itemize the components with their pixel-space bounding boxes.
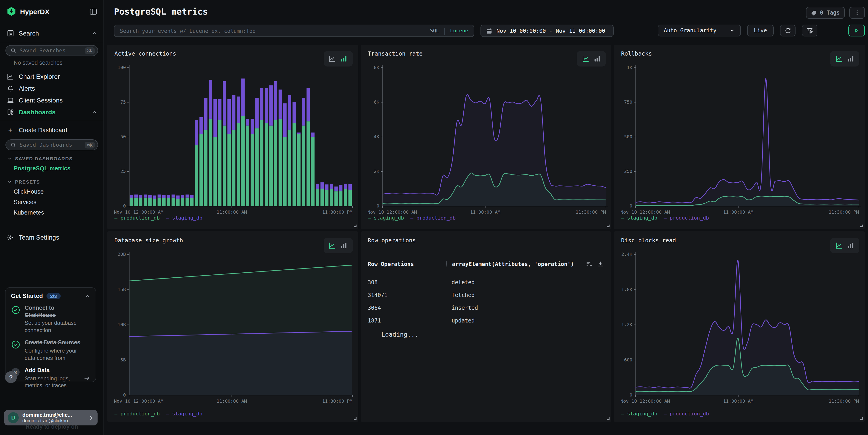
saved-dashboards-section[interactable]: SAVED DASHBOARDS <box>7 156 103 161</box>
get-started-title: Get Started <box>11 293 43 299</box>
tags-button[interactable]: 0 Tags <box>806 7 845 19</box>
sidebar-item-clickhouse[interactable]: ClickHouse <box>0 186 103 197</box>
more-menu-button[interactable] <box>849 7 865 19</box>
get-started-step-connect[interactable]: Connect to ClickHouse Set up your databa… <box>11 305 90 334</box>
lucene-toggle[interactable]: Lucene <box>450 28 468 34</box>
dashboards-icon <box>6 108 14 116</box>
bar-chart-icon[interactable] <box>594 55 601 62</box>
legend-item-production_db[interactable]: — production_db <box>115 215 160 221</box>
table-column-header[interactable]: arrayElement(Attributes, 'operation') <box>446 261 586 267</box>
bar-chart-icon[interactable] <box>340 55 347 62</box>
sidebar-item-search[interactable]: Search <box>0 27 103 39</box>
sidebar-item-client-sessions[interactable]: Client Sessions <box>0 94 103 106</box>
date-range-value: Nov 10 00:00:00 - Nov 11 00:00:00 <box>496 28 605 34</box>
legend-item-production_db[interactable]: — production_db <box>115 411 160 417</box>
bar-chart-icon[interactable] <box>340 242 347 249</box>
line-chart-icon[interactable] <box>835 55 843 62</box>
line-chart-icon[interactable] <box>582 55 589 62</box>
database-size-growth-chart[interactable]: 20B15B10B5B0Nov 10 12:00:00 AM11:00:00 A… <box>114 249 355 406</box>
sidebar-item-postgresql-metrics[interactable]: PostgreSQL metrics <box>0 163 103 173</box>
table-column-header[interactable]: Row Operations <box>368 261 446 267</box>
sort-icon[interactable] <box>586 261 593 267</box>
panel-title: Database size growth <box>115 237 183 244</box>
rollbacks-chart[interactable]: 1K7505002500Nov 10 12:00:00 AM11:00:00 A… <box>620 63 862 217</box>
svg-text:11:00:00 AM: 11:00:00 AM <box>723 209 753 215</box>
search-nav-label: Search <box>19 30 87 37</box>
create-dashboard-label: Create Dashboard <box>19 126 97 133</box>
get-started-step-add-data[interactable]: 3 Add Data Start sending logs, metrics, … <box>11 367 90 390</box>
sidebar-item-dashboards[interactable]: Dashboards <box>0 106 103 118</box>
run-query-button[interactable] <box>848 25 865 36</box>
filter-button[interactable] <box>802 25 817 36</box>
saved-dashboards-input[interactable]: Saved Dashboards ⌘K <box>5 139 98 150</box>
legend-item-staging_db[interactable]: — staging_db <box>166 411 203 417</box>
sidebar-item-kubernetes[interactable]: Kubernetes <box>0 207 103 218</box>
active-connections-chart[interactable]: 1007550250Nov 10 12:00:00 AM11:00:00 AM1… <box>114 63 355 217</box>
search-icon <box>10 47 17 54</box>
refresh-button[interactable] <box>780 25 796 36</box>
create-dashboard-button[interactable]: + Create Dashboard <box>0 124 103 136</box>
bell-icon <box>6 85 14 92</box>
panel-title: Disc blocks read <box>621 237 676 244</box>
granularity-select[interactable]: Auto Granularity <box>658 25 741 36</box>
check-circle-icon <box>11 340 20 362</box>
bar-chart-icon[interactable] <box>847 55 854 62</box>
chart-legend: — production_db— staging_db <box>115 411 203 417</box>
kebab-icon <box>854 9 860 16</box>
panel-resize-handle[interactable] <box>607 417 610 420</box>
panel-resize-handle[interactable] <box>353 225 356 227</box>
download-icon[interactable] <box>597 261 604 267</box>
svg-text:1.8K: 1.8K <box>621 287 632 292</box>
live-button[interactable]: Live <box>747 25 774 36</box>
team-settings-label: Team Settings <box>19 234 97 241</box>
panel-resize-handle[interactable] <box>353 417 356 420</box>
saved-searches-input[interactable]: Saved Searches ⌘K <box>5 45 98 56</box>
user-profile[interactable]: D dominic.tran@clic... dominic.tran@clic… <box>4 410 98 426</box>
panel-resize-handle[interactable] <box>860 225 863 227</box>
check-circle-icon <box>11 305 20 334</box>
presets-section[interactable]: PRESETS <box>7 179 103 185</box>
sidebar-item-chart-explorer[interactable]: Chart Explorer <box>0 71 103 82</box>
alerts-label: Alerts <box>19 85 97 92</box>
chart-type-toggle <box>830 238 859 253</box>
svg-text:750: 750 <box>624 99 632 105</box>
svg-text:11:30:00 PM: 11:30:00 PM <box>322 209 352 215</box>
get-started-step-sources[interactable]: Create Data Sources Configure where your… <box>11 340 90 362</box>
legend-item-production_db[interactable]: — production_db <box>410 215 456 221</box>
legend-item-production_db[interactable]: — production_db <box>664 411 709 417</box>
date-range-picker[interactable]: Nov 10 00:00:00 - Nov 11 00:00:00 <box>480 25 614 37</box>
svg-text:2K: 2K <box>374 169 379 174</box>
sidebar-item-services[interactable]: Services <box>0 197 103 207</box>
svg-text:5B: 5B <box>120 357 126 363</box>
sidebar-item-alerts[interactable]: Alerts <box>0 82 103 94</box>
svg-text:0: 0 <box>376 203 379 209</box>
help-button[interactable]: ? <box>5 371 17 383</box>
chevron-up-icon[interactable] <box>85 293 90 299</box>
transaction-rate-chart[interactable]: 8K6K4K2K0Nov 10 12:00:00 AM11:00:00 AM11… <box>367 63 609 217</box>
panel-row-operations: Row operations Row Operations arrayEleme… <box>361 231 611 422</box>
line-chart-icon[interactable] <box>835 242 843 249</box>
chevron-up-icon[interactable] <box>92 109 97 115</box>
shortcut-badge: ⌘K <box>85 47 95 54</box>
chevron-right-icon <box>88 415 94 421</box>
event-search-input[interactable]: Search your events w/ Lucene ex. column:… <box>114 25 474 37</box>
sidebar-item-team-settings[interactable]: Team Settings <box>0 231 103 243</box>
legend-item-staging_db[interactable]: — staging_db <box>621 215 657 221</box>
chevron-up-icon[interactable] <box>92 31 97 36</box>
disc-blocks-read-chart[interactable]: 2.4K1.8K1.2K6000Nov 10 12:00:00 AM11:00:… <box>620 249 862 406</box>
legend-item-staging_db[interactable]: — staging_db <box>166 215 203 221</box>
sql-toggle[interactable]: SQL <box>430 28 439 34</box>
granularity-value: Auto Granularity <box>664 27 716 34</box>
panel-resize-handle[interactable] <box>860 417 863 420</box>
legend-item-staging_db[interactable]: — staging_db <box>621 411 657 417</box>
sidebar-collapse-icon[interactable] <box>89 7 97 15</box>
svg-text:Nov 10 12:00:00 AM: Nov 10 12:00:00 AM <box>114 209 163 215</box>
legend-item-staging_db[interactable]: — staging_db <box>368 215 404 221</box>
line-chart-icon[interactable] <box>329 242 336 249</box>
panel-resize-handle[interactable] <box>607 225 610 227</box>
legend-item-production_db[interactable]: — production_db <box>664 215 709 221</box>
svg-text:15B: 15B <box>118 287 126 292</box>
line-chart-icon[interactable] <box>329 55 336 62</box>
bar-chart-icon[interactable] <box>847 242 854 249</box>
svg-text:0: 0 <box>630 392 632 398</box>
